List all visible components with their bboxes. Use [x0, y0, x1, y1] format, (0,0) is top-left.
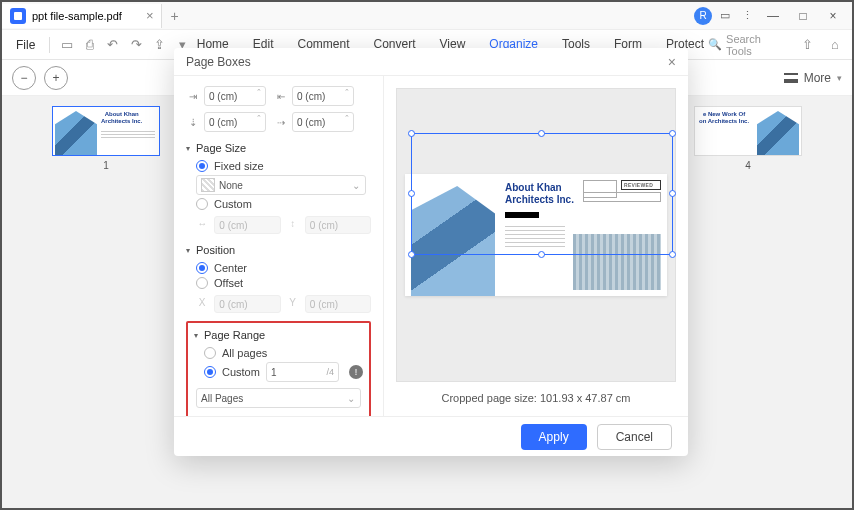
dialog-close-button[interactable]: × [668, 54, 676, 70]
thumb-1-wrap[interactable]: About Khan Architects Inc. 1 [52, 106, 160, 171]
margin-right-icon: ⇢ [274, 115, 288, 129]
dialog-left-panel: ⇥0 (cm) ⇤0 (cm) ⇣0 (cm) ⇢0 (cm) Page Siz… [174, 76, 384, 416]
thumb-4-wrap[interactable]: e New Work Of on Architects Inc. 4 [694, 106, 802, 171]
tab-title: ppt file-sample.pdf [32, 10, 122, 22]
share-icon[interactable]: ⇪ [149, 34, 170, 56]
chat-icon[interactable]: ▭ [716, 7, 734, 25]
thumbnail-1[interactable]: About Khan Architects Inc. [52, 106, 160, 156]
home-icon[interactable]: ⌂ [824, 34, 846, 56]
page-boxes-dialog: Page Boxes × ⇥0 (cm) ⇤0 (cm) ⇣0 (cm) ⇢0 … [174, 48, 688, 456]
margin-top-icon: ⇥ [186, 89, 200, 103]
info-icon[interactable]: ! [349, 365, 363, 379]
thumb-building-graphic [55, 111, 97, 155]
minimize-button[interactable]: — [760, 7, 786, 25]
custom-range-input[interactable]: 1 /4 [266, 362, 339, 382]
dialog-header: Page Boxes × [174, 48, 688, 76]
thumb-building-graphic [757, 111, 799, 155]
search-icon: 🔍 [708, 38, 722, 51]
close-window-button[interactable]: × [820, 7, 846, 25]
apply-button[interactable]: Apply [521, 424, 587, 450]
dialog-right-panel: About Khan Architects Inc. REVIEWED Cr [384, 76, 688, 416]
app-icon [10, 8, 26, 24]
margin-left-icon: ⇤ [274, 89, 288, 103]
window-controls: R ▭ ⋮ — □ × [694, 7, 852, 25]
pattern-icon [201, 178, 215, 192]
upload-icon[interactable]: ⇧ [796, 34, 818, 56]
margin-right-input[interactable]: 0 (cm) [292, 112, 354, 132]
cancel-button[interactable]: Cancel [597, 424, 672, 450]
position-section[interactable]: Position [186, 244, 371, 256]
x-icon: X [196, 295, 208, 309]
thumb-4-number: 4 [694, 160, 802, 171]
margin-bottom-input[interactable]: 0 (cm) [204, 112, 266, 132]
height-icon: ↕ [287, 216, 299, 230]
custom-size-radio[interactable]: Custom [196, 198, 371, 210]
thumb-1-title: About Khan Architects Inc. [101, 111, 142, 124]
width-input: 0 (cm) [214, 216, 280, 234]
width-icon: ↔ [196, 216, 208, 230]
divider [49, 37, 50, 53]
maximize-button[interactable]: □ [790, 7, 816, 25]
offset-x-input: 0 (cm) [214, 295, 280, 313]
zoom-out-button[interactable]: − [12, 66, 36, 90]
offset-y-input: 0 (cm) [305, 295, 371, 313]
custom-range-radio[interactable]: Custom 1 /4 ! [204, 362, 363, 382]
all-pages-radio[interactable]: All pages [204, 347, 363, 359]
kebab-icon[interactable]: ⋮ [738, 7, 756, 25]
margin-top-input[interactable]: 0 (cm) [204, 86, 266, 106]
thumb-4-title: e New Work Of on Architects Inc. [699, 111, 749, 124]
cropped-size-label: Cropped page size: 101.93 x 47.87 cm [396, 392, 676, 404]
zoom-in-button[interactable]: + [44, 66, 68, 90]
dialog-footer: Apply Cancel [174, 416, 688, 456]
search-tools[interactable]: 🔍 Search Tools [708, 33, 786, 57]
margin-left-input[interactable]: 0 (cm) [292, 86, 354, 106]
new-tab-button[interactable]: + [162, 8, 186, 24]
subset-select[interactable]: All Pages [196, 388, 361, 408]
preview-area: About Khan Architects Inc. REVIEWED [396, 88, 676, 382]
y-icon: Y [287, 295, 299, 309]
dialog-title: Page Boxes [186, 55, 251, 69]
titlebar: ppt file-sample.pdf × + R ▭ ⋮ — □ × [2, 2, 852, 30]
fixed-size-radio[interactable]: Fixed size [196, 160, 371, 172]
chevron-down-icon: ▾ [837, 73, 842, 83]
more-button[interactable]: More [804, 71, 831, 85]
redo-icon[interactable]: ↷ [126, 34, 147, 56]
page-range-highlight: Page Range All pages Custom 1 /4 ! All P… [186, 321, 371, 416]
offset-radio[interactable]: Offset [196, 277, 371, 289]
tab-close-icon[interactable]: × [146, 8, 154, 23]
undo-icon[interactable]: ↶ [102, 34, 123, 56]
height-input: 0 (cm) [305, 216, 371, 234]
save-icon[interactable]: ▭ [56, 34, 77, 56]
page-size-select[interactable]: None [196, 175, 366, 195]
crop-selection[interactable] [411, 133, 673, 255]
file-menu[interactable]: File [8, 35, 43, 55]
margin-bottom-icon: ⇣ [186, 115, 200, 129]
thumbnail-4[interactable]: e New Work Of on Architects Inc. [694, 106, 802, 156]
thumb-1-number: 1 [52, 160, 160, 171]
page-size-section[interactable]: Page Size [186, 142, 371, 154]
page-range-section[interactable]: Page Range [194, 329, 363, 341]
user-badge[interactable]: R [694, 7, 712, 25]
print-icon[interactable]: ⎙ [79, 34, 100, 56]
search-placeholder: Search Tools [726, 33, 786, 57]
center-radio[interactable]: Center [196, 262, 371, 274]
document-tab[interactable]: ppt file-sample.pdf × [2, 4, 162, 28]
hamburger-icon [784, 73, 798, 83]
